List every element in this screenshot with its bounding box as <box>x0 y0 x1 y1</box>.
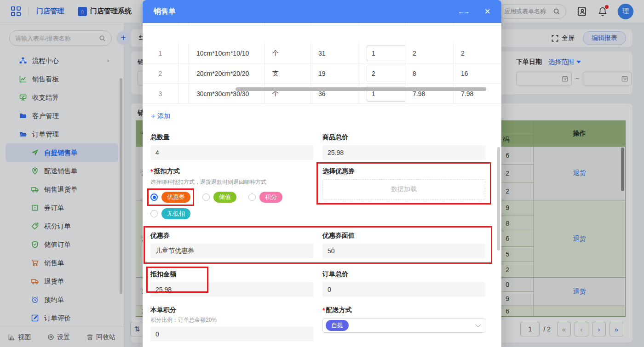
radio-option-coupon[interactable]: 优惠券 <box>150 192 190 203</box>
coupon-face-value-label: 优惠券面值 <box>322 232 485 240</box>
product-table: 1 10cm*10cm*10/10 个 31 2 2 2 20cm*20cm*2… <box>143 23 501 104</box>
deduct-method-helper: 选择哪种抵扣方式，退货退款时则退回哪种方式 <box>150 178 313 186</box>
field-order-total: 订单总价 0 <box>322 270 485 297</box>
amount-cell: 16 <box>454 63 501 84</box>
total-qty-label: 总数量 <box>150 133 313 142</box>
page: 门店管理 ⌂ 门店管理系统 理 + <box>0 0 644 347</box>
field-coupon-face-value: 优惠券面值 50 <box>322 232 485 258</box>
field-deduct-amount: 抵扣金额 25.98 <box>150 270 313 297</box>
sales-order-modal: 销售单 ←→ × 1 10cm*10cm*10/10 个 31 2 2 2 20… <box>143 0 501 347</box>
modal-form: 总数量 4 商品总价 25.98 * 抵扣方式 选择 <box>143 133 501 347</box>
row-index: 2 <box>143 63 178 84</box>
points-helper: 积分比例：订单总金额20% <box>150 316 313 324</box>
points-value: 0 <box>150 327 313 341</box>
amount-cell: 2 <box>454 43 501 63</box>
chevron-down-icon <box>476 322 481 327</box>
order-total-label: 订单总价 <box>322 270 485 279</box>
field-deduct-method: * 抵扣方式 选择哪种抵扣方式，退货退款时则退回哪种方式 优惠券 <box>150 167 313 220</box>
field-coupon: 优惠券 儿童节优惠券 <box>150 232 313 258</box>
points-label: 本单积分 <box>150 306 313 314</box>
deduct-amount-value: 25.98 <box>150 282 313 297</box>
goods-total-label: 商品总价 <box>322 133 485 142</box>
field-goods-total: 商品总价 25.98 <box>322 133 485 160</box>
spec-cell: 10cm*10cm*10/10 <box>189 43 265 63</box>
plus-icon: + <box>151 112 155 120</box>
quantity-input[interactable] <box>367 66 405 81</box>
deduct-method-label: 抵扣方式 <box>154 167 179 176</box>
horizontal-scrollbar[interactable] <box>236 87 486 91</box>
row-index: 3 <box>143 84 178 104</box>
required-star: * <box>150 168 153 175</box>
radio-option-points[interactable]: 积分 <box>248 192 282 203</box>
field-points: 本单积分 积分比例：订单总金额20% 0 <box>150 306 313 341</box>
modal-scrollbar[interactable] <box>497 147 500 250</box>
add-row-button[interactable]: + 添加 <box>151 112 170 120</box>
price-cell: 2 <box>405 43 454 63</box>
unit-cell: 支 <box>265 63 311 84</box>
points-pill: 积分 <box>259 192 282 203</box>
field-total-qty: 总数量 4 <box>150 133 313 160</box>
modal-header: 销售单 ←→ × <box>143 0 501 23</box>
radio-option-no-deduct[interactable]: 无抵扣 <box>150 208 190 219</box>
modal-title: 销售单 <box>154 7 176 17</box>
price-cell: 8 <box>405 63 454 84</box>
radio-option-stored-value[interactable]: 储值 <box>202 192 236 203</box>
stock-cell: 36 <box>311 84 359 104</box>
close-icon[interactable]: × <box>484 6 490 17</box>
coupon-select-box[interactable]: 数据加载 <box>322 179 485 199</box>
coupon-value: 儿童节优惠券 <box>150 244 313 258</box>
price-cell: 7.98 <box>405 84 454 104</box>
radio-unselected[interactable] <box>248 193 256 201</box>
radio-unselected[interactable] <box>150 210 158 217</box>
spec-cell: 30cm*30cm*30/30 <box>189 84 265 104</box>
radio-selected[interactable] <box>150 193 158 201</box>
deduct-amount-label: 抵扣金额 <box>150 270 313 279</box>
stock-cell: 19 <box>311 63 359 84</box>
modal-body: 1 10cm*10cm*10/10 个 31 2 2 2 20cm*20cm*2… <box>143 23 501 347</box>
stored-value-pill: 储值 <box>213 192 236 203</box>
required-star: * <box>322 307 325 314</box>
radio-unselected[interactable] <box>202 193 210 201</box>
no-deduct-pill: 无抵扣 <box>161 208 190 219</box>
goods-total-value: 25.98 <box>322 145 485 160</box>
field-delivery-method: * 配送方式 自提 <box>322 306 485 341</box>
coupon-face-value: 50 <box>322 244 485 258</box>
expand-horizontal-icon[interactable]: ←→ <box>458 8 469 15</box>
stock-cell: 31 <box>311 43 359 63</box>
unit-cell: 个 <box>265 84 311 104</box>
row-index: 1 <box>143 43 178 63</box>
spec-cell: 20cm*20cm*20/20 <box>189 63 265 84</box>
coupon-select-label: 选择优惠券 <box>322 167 485 176</box>
amount-cell: 7.98 <box>454 84 501 104</box>
annotation-box-coupon-select: 选择优惠券 数据加载 <box>316 162 491 205</box>
delivery-method-select[interactable]: 自提 <box>322 318 485 333</box>
pickup-pill: 自提 <box>326 320 349 331</box>
unit-cell: 个 <box>265 43 311 63</box>
total-qty-value: 4 <box>150 145 313 160</box>
quantity-input[interactable] <box>367 46 405 61</box>
field-coupon-select: 选择优惠券 数据加载 <box>322 167 485 220</box>
delivery-method-label: 配送方式 <box>326 306 351 314</box>
annotation-box-coupon-row: 优惠券 儿童节优惠券 优惠券面值 50 <box>144 226 492 264</box>
order-total-value: 0 <box>322 282 485 297</box>
coupon-pill: 优惠券 <box>161 192 190 203</box>
coupon-label: 优惠券 <box>150 232 313 240</box>
